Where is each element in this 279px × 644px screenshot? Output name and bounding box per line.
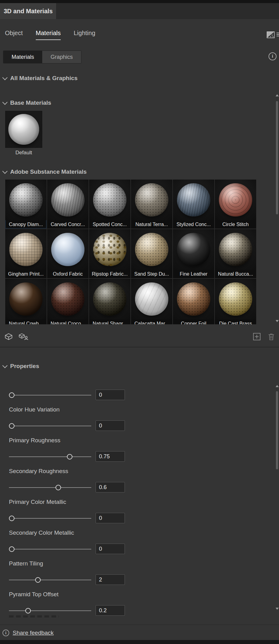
sphere-shading <box>93 183 126 217</box>
property-slider-group: Primary Color Metallic <box>9 499 128 529</box>
slider-track[interactable] <box>9 518 91 519</box>
material-sphere-thumbnail <box>51 183 84 217</box>
scroll-up-icon[interactable] <box>276 94 279 96</box>
property-slider-group: Pattern Tiling <box>9 560 128 591</box>
share-feedback-link[interactable]: Share feedback <box>13 630 54 636</box>
material-thumbnail <box>89 279 130 319</box>
slider-track[interactable] <box>9 456 91 457</box>
slider-knob[interactable] <box>9 516 14 521</box>
panel-tab-3d-and-materials[interactable]: 3D and Materials <box>0 3 56 19</box>
sphere-shading <box>9 282 43 316</box>
slider-track[interactable] <box>9 610 91 611</box>
material-tile[interactable]: Canopy Diam... <box>5 180 47 229</box>
section-all-materials[interactable]: All Materials & Graphics <box>3 75 78 82</box>
material-sphere-thumbnail <box>93 183 126 217</box>
scroll-up-icon[interactable] <box>276 385 279 387</box>
tab-object[interactable]: Object <box>5 30 23 40</box>
info-icon[interactable]: i <box>269 52 277 60</box>
slider-track[interactable] <box>9 426 91 426</box>
material-sphere-thumbnail <box>93 233 126 266</box>
panel-menu-icon[interactable] <box>276 32 279 37</box>
tab-lighting[interactable]: Lighting <box>74 30 95 40</box>
material-label: Carved Concr... <box>47 220 88 229</box>
slider-label: Secondary Color Metallic <box>9 529 74 537</box>
slider-value-input[interactable] <box>96 451 125 462</box>
slider-knob[interactable] <box>9 423 14 429</box>
slider-value-input[interactable] <box>96 574 125 585</box>
material-tile[interactable]: Spotted Conc... <box>89 180 130 229</box>
slider-knob[interactable] <box>67 454 72 460</box>
material-tile[interactable]: Natural Croco... <box>47 279 88 324</box>
material-tile-default[interactable] <box>5 111 42 148</box>
slider-value-input[interactable] <box>96 482 125 492</box>
toggle-graphics[interactable]: Graphics <box>42 51 81 63</box>
material-library-icon[interactable] <box>4 333 13 340</box>
material-tile[interactable]: Ripstop Fabric... <box>89 229 130 278</box>
feedback-info-icon[interactable]: i <box>2 630 9 636</box>
material-tile[interactable]: Sand Step Du... <box>131 229 172 278</box>
sphere-shading <box>135 183 168 217</box>
material-tile[interactable]: Natural Cowh... <box>5 279 47 324</box>
material-tile[interactable]: Natural Terra... <box>131 180 172 229</box>
slider-track[interactable] <box>9 549 91 549</box>
slider-row <box>9 420 128 432</box>
slider-value-input[interactable] <box>96 544 125 554</box>
slider-track[interactable] <box>9 487 91 488</box>
slider-knob[interactable] <box>25 608 31 614</box>
material-tile[interactable]: Natural Bucca... <box>215 229 256 278</box>
material-tile[interactable]: Circle Stitch <box>215 180 256 229</box>
slider-value-input[interactable] <box>96 605 125 616</box>
section-base-materials-label: Base Materials <box>10 99 51 106</box>
material-label: Natural Shagr... <box>89 319 130 324</box>
properties-scrollbar[interactable] <box>275 385 279 610</box>
material-tile[interactable]: Oxford Fabric <box>47 229 88 278</box>
material-tile[interactable]: Stylized Conc... <box>173 180 214 229</box>
tab-materials[interactable]: Materials <box>36 30 61 40</box>
slider-knob[interactable] <box>9 546 14 552</box>
properties-sliders: Color Hue Variation Primary Roughness Se… <box>9 375 128 622</box>
property-slider-group: Secondary Roughness <box>9 468 128 499</box>
slider-row <box>9 543 128 555</box>
slider-row <box>9 605 128 617</box>
material-tile[interactable]: Calacatta Mar... <box>131 279 172 324</box>
property-slider-group: Primary Roughness <box>9 437 128 468</box>
scroll-down-icon[interactable] <box>276 608 279 610</box>
section-substance-materials[interactable]: Adobe Substance Materials <box>3 168 87 175</box>
material-tile[interactable]: Copper Foil <box>173 279 214 324</box>
slider-value-input[interactable] <box>96 513 125 523</box>
material-tile[interactable]: Carved Concr... <box>47 180 88 229</box>
slider-track[interactable] <box>9 395 91 395</box>
material-tile[interactable]: Fine Leather <box>173 229 214 278</box>
section-base-materials[interactable]: Base Materials <box>3 99 51 106</box>
slider-track[interactable] <box>9 580 91 580</box>
slider-knob[interactable] <box>9 392 14 398</box>
material-thumbnail <box>173 180 214 220</box>
slider-knob[interactable] <box>35 577 41 583</box>
material-sphere-thumbnail <box>219 183 252 217</box>
section-divider <box>0 347 279 347</box>
materials-scrollbar[interactable] <box>275 94 279 322</box>
material-thumbnail <box>131 229 172 270</box>
scrollbar-thumb[interactable] <box>276 391 278 469</box>
material-label: Natural Croco... <box>47 319 88 324</box>
sphere-shading <box>135 233 168 266</box>
slider-knob[interactable] <box>55 485 61 490</box>
add-material-icon[interactable] <box>253 333 261 340</box>
slider-value-input[interactable] <box>96 390 125 400</box>
materials-view-icon[interactable] <box>267 31 275 38</box>
mode-tabs: Object Materials Lighting <box>5 30 95 40</box>
toggle-materials[interactable]: Materials <box>3 51 42 63</box>
community-assets-icon[interactable] <box>18 333 28 340</box>
sphere-shading <box>51 233 84 266</box>
material-tile[interactable]: Die Cast Brass <box>215 279 256 324</box>
trash-icon[interactable] <box>268 333 275 341</box>
scrollbar-thumb[interactable] <box>276 101 278 214</box>
section-properties[interactable]: Properties <box>3 363 39 370</box>
sphere-shading <box>9 233 43 266</box>
material-tile[interactable]: Gingham Print... <box>5 229 47 278</box>
sphere-shading <box>219 233 252 266</box>
material-sphere-thumbnail <box>219 282 252 316</box>
material-tile[interactable]: Natural Shagr... <box>89 279 130 324</box>
scroll-down-icon[interactable] <box>276 320 279 322</box>
slider-value-input[interactable] <box>96 420 125 431</box>
